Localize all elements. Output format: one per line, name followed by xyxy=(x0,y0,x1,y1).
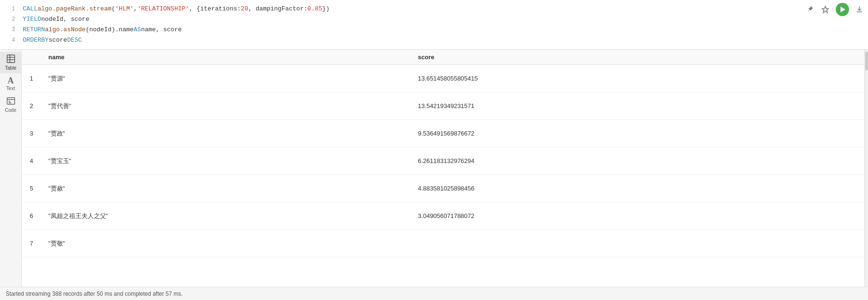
row-number: 5 xyxy=(22,175,41,202)
sidebar-text-label: Text xyxy=(6,86,15,91)
cell-name: "贾宝玉" xyxy=(41,147,410,175)
scrollbar[interactable] xyxy=(864,50,868,287)
code-token: score xyxy=(49,35,67,45)
row-number: 4 xyxy=(22,147,41,175)
row-number: 1 xyxy=(22,65,41,92)
cell-score xyxy=(410,230,864,257)
run-button[interactable] xyxy=(836,3,849,16)
col-header-name: name xyxy=(41,50,410,65)
cell-score: 6.261183132976294 xyxy=(410,147,864,175)
cell-name: "贾代善" xyxy=(41,92,410,120)
code-icon xyxy=(7,97,15,107)
col-header-rownum xyxy=(22,50,41,65)
sidebar: Table A Text Code xyxy=(0,50,22,287)
code-token: (nodeId).name xyxy=(86,25,134,35)
row-number: 2 xyxy=(22,92,41,120)
cell-name: "凤姐之祖王夫人之父" xyxy=(41,202,410,230)
toolbar xyxy=(805,3,864,16)
code-token: 'RELATIONSHIP' xyxy=(137,4,189,14)
code-line-3: 3RETURN algo.asNode(nodeId).name AS name… xyxy=(0,25,868,35)
cell-name: "贾政" xyxy=(41,120,410,147)
cell-name: "贾敬" xyxy=(41,230,410,257)
results-table: name score 1"贾源"13.6514580558054152"贾代善"… xyxy=(22,50,864,257)
sidebar-item-code[interactable]: Code xyxy=(0,94,22,116)
code-token: algo.pageRank.stream xyxy=(37,4,111,14)
code-token: , {iterations: xyxy=(189,4,241,14)
code-editor: 1CALL algo.pageRank.stream('HLM', 'RELAT… xyxy=(0,0,868,50)
status-message: Started streaming 388 records after 50 m… xyxy=(6,291,183,297)
code-token: CALL xyxy=(23,4,37,14)
code-token: }) xyxy=(322,4,330,14)
code-token: , xyxy=(134,4,137,14)
cell-score: 13.54219349231571 xyxy=(410,92,864,120)
code-line-2: 2YIELD nodeId, score xyxy=(0,14,868,25)
code-token: YIELD xyxy=(23,14,41,25)
cell-score: 4.883581025898456 xyxy=(410,175,864,202)
svg-marker-0 xyxy=(822,6,829,13)
code-token: nodeId, score xyxy=(41,14,89,25)
table-row: 4"贾宝玉"6.261183132976294 xyxy=(22,147,864,175)
code-line-1: 1CALL algo.pageRank.stream('HLM', 'RELAT… xyxy=(0,4,868,14)
cell-name: "贾赦" xyxy=(41,175,410,202)
line-number: 1 xyxy=(4,4,15,14)
code-token: algo.asNode xyxy=(45,25,86,35)
code-token: 'HLM' xyxy=(115,4,134,14)
col-header-score: score xyxy=(410,50,864,65)
code-token: AS xyxy=(134,25,141,35)
row-number: 7 xyxy=(22,230,41,257)
star-icon[interactable] xyxy=(821,5,830,14)
cell-name: "贾源" xyxy=(41,65,410,92)
pin-icon[interactable] xyxy=(805,5,815,14)
main-content: Table A Text Code name xyxy=(0,50,868,287)
results-table-area[interactable]: name score 1"贾源"13.6514580558054152"贾代善"… xyxy=(22,50,864,287)
table-row: 1"贾源"13.651458055805415 xyxy=(22,65,864,92)
svg-rect-2 xyxy=(7,55,15,63)
code-lines: 1CALL algo.pageRank.stream('HLM', 'RELAT… xyxy=(0,4,868,45)
svg-marker-1 xyxy=(841,7,845,12)
svg-rect-6 xyxy=(7,98,15,104)
scrollbar-thumb[interactable] xyxy=(865,52,868,71)
cell-score: 13.651458055805415 xyxy=(410,65,864,92)
code-token: RETURN xyxy=(23,25,45,35)
code-token: 20 xyxy=(241,4,248,14)
line-number: 4 xyxy=(4,35,15,45)
sidebar-item-text[interactable]: A Text xyxy=(0,73,22,94)
code-line-4: 4ORDER BY score DESC xyxy=(0,35,868,45)
cell-score: 3.049056071788072 xyxy=(410,202,864,230)
table-body: 1"贾源"13.6514580558054152"贾代善"13.54219349… xyxy=(22,65,864,257)
code-token: ORDER xyxy=(23,35,41,45)
sidebar-code-label: Code xyxy=(5,108,17,113)
sidebar-table-label: Table xyxy=(5,65,17,71)
cell-score: 9.536491569876672 xyxy=(410,120,864,147)
table-row: 2"贾代善"13.54219349231571 xyxy=(22,92,864,120)
sidebar-item-table[interactable]: Table xyxy=(0,52,22,73)
table-header-row: name score xyxy=(22,50,864,65)
code-token: BY xyxy=(41,35,49,45)
table-row: 3"贾政"9.536491569876672 xyxy=(22,120,864,147)
code-token: 0.85 xyxy=(307,4,322,14)
row-number: 6 xyxy=(22,202,41,230)
code-token: ( xyxy=(111,4,115,14)
line-number: 2 xyxy=(4,14,15,25)
row-number: 3 xyxy=(22,120,41,147)
table-icon xyxy=(7,55,15,64)
download-icon[interactable] xyxy=(855,5,864,14)
code-token: name, score xyxy=(141,25,182,35)
text-icon: A xyxy=(8,76,14,85)
code-token: , dampingFactor: xyxy=(248,4,307,14)
status-bar: Started streaming 388 records after 50 m… xyxy=(0,287,868,300)
table-row: 7"贾敬" xyxy=(22,230,864,257)
code-token: DESC xyxy=(67,35,82,45)
table-row: 5"贾赦"4.883581025898456 xyxy=(22,175,864,202)
line-number: 3 xyxy=(4,25,15,35)
table-row: 6"凤姐之祖王夫人之父"3.049056071788072 xyxy=(22,202,864,230)
